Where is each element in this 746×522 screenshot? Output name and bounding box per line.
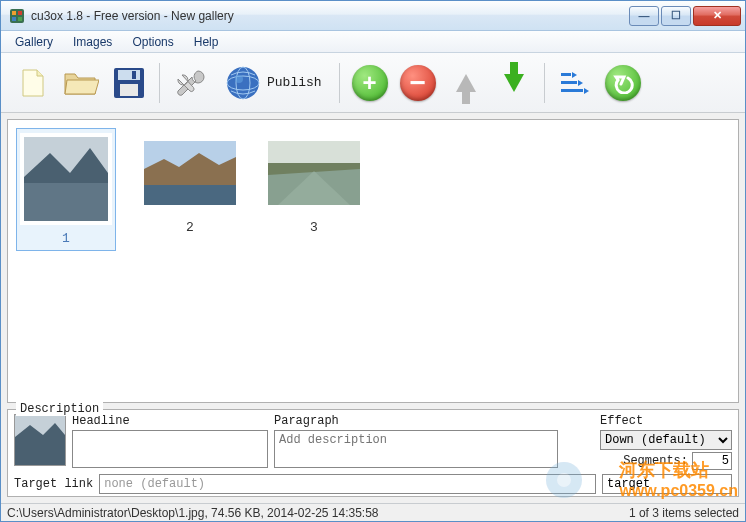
target-link-label: Target link: [14, 477, 93, 491]
thumbnail-image: [144, 132, 236, 214]
wrench-icon: [172, 65, 208, 101]
sort-button[interactable]: [553, 61, 597, 105]
thumbnail-image: [268, 132, 360, 214]
menubar: Gallery Images Options Help: [1, 31, 745, 53]
plus-icon: +: [352, 65, 388, 101]
svg-rect-4: [18, 17, 22, 21]
publish-label: Publish: [267, 75, 322, 90]
new-button[interactable]: [11, 61, 55, 105]
svg-rect-16: [24, 183, 108, 221]
app-window: cu3ox 1.8 - Free version - New gallery —…: [0, 0, 746, 522]
content-area: 1 2 3 Description H: [1, 113, 745, 503]
svg-rect-1: [12, 11, 16, 15]
thumbnail-1[interactable]: 1: [16, 128, 116, 251]
arrow-down-icon: [504, 74, 524, 92]
arrow-up-icon: [456, 74, 476, 92]
add-button[interactable]: +: [348, 61, 392, 105]
globe-icon: [225, 65, 261, 101]
svg-rect-19: [144, 185, 236, 205]
description-panel: Description Headline Paragraph Effect Do…: [7, 409, 739, 497]
remove-button[interactable]: −: [396, 61, 440, 105]
settings-button[interactable]: [168, 61, 212, 105]
titlebar-text: cu3ox 1.8 - Free version - New gallery: [31, 9, 627, 23]
window-controls: — ☐ ✕: [627, 6, 741, 26]
svg-rect-6: [118, 70, 140, 80]
paragraph-label: Paragraph: [274, 414, 558, 428]
open-button[interactable]: [59, 61, 103, 105]
svg-rect-2: [18, 11, 22, 15]
statusbar: C:\Users\Administrator\Desktop\1.jpg, 74…: [1, 503, 745, 521]
menu-gallery[interactable]: Gallery: [5, 32, 63, 52]
segments-label: Segments:: [623, 454, 688, 468]
svg-point-12: [235, 75, 243, 83]
status-right: 1 of 3 items selected: [629, 506, 739, 520]
maximize-button[interactable]: ☐: [661, 6, 691, 26]
new-file-icon: [16, 66, 50, 100]
close-button[interactable]: ✕: [693, 6, 741, 26]
menu-help[interactable]: Help: [184, 32, 229, 52]
svg-rect-7: [120, 84, 138, 96]
headline-input[interactable]: [72, 430, 268, 468]
titlebar: cu3ox 1.8 - Free version - New gallery —…: [1, 1, 745, 31]
publish-button[interactable]: Publish: [216, 60, 331, 106]
effect-label: Effect: [600, 414, 732, 428]
save-button[interactable]: [107, 61, 151, 105]
thumbnail-image: [20, 133, 112, 225]
minimize-button[interactable]: —: [629, 6, 659, 26]
target-link-input[interactable]: [99, 474, 596, 494]
thumbnail-label: 2: [186, 220, 194, 235]
menu-options[interactable]: Options: [122, 32, 183, 52]
svg-rect-8: [132, 71, 136, 79]
toolbar-separator: [339, 63, 340, 103]
thumbnail-3[interactable]: 3: [264, 128, 364, 239]
effect-select[interactable]: Down (default): [600, 430, 732, 450]
paragraph-input[interactable]: [274, 430, 558, 468]
sort-icon: [561, 72, 589, 94]
thumbnail-label: 1: [62, 231, 70, 246]
status-left: C:\Users\Administrator\Desktop\1.jpg, 74…: [7, 506, 379, 520]
floppy-icon: [112, 66, 146, 100]
folder-icon: [63, 68, 99, 98]
svg-rect-21: [268, 141, 360, 163]
move-down-button[interactable]: [492, 61, 536, 105]
toolbar-separator: [159, 63, 160, 103]
menu-images[interactable]: Images: [63, 32, 122, 52]
gallery-panel[interactable]: 1 2 3: [7, 119, 739, 403]
undo-icon: [605, 65, 641, 101]
toolbar-separator: [544, 63, 545, 103]
segments-input[interactable]: [692, 452, 732, 470]
detail-thumbnail: [14, 414, 66, 466]
description-panel-label: Description: [16, 402, 103, 416]
minus-icon: −: [400, 65, 436, 101]
undo-button[interactable]: [601, 61, 645, 105]
target-input[interactable]: [602, 474, 732, 494]
app-icon: [9, 8, 25, 24]
headline-label: Headline: [72, 414, 268, 428]
svg-rect-3: [12, 17, 16, 21]
thumbnail-label: 3: [310, 220, 318, 235]
move-up-button[interactable]: [444, 61, 488, 105]
toolbar: Publish + −: [1, 53, 745, 113]
thumbnail-2[interactable]: 2: [140, 128, 240, 239]
